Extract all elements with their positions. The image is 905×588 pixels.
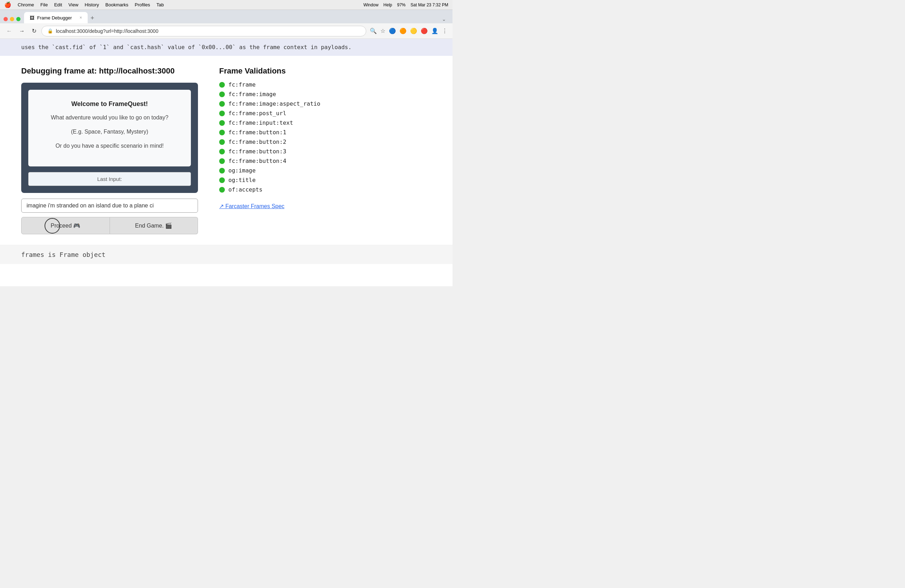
validation-item: fc:frame:button:1 [219,129,431,136]
end-game-button[interactable]: End Game. 🎬 [110,217,198,234]
menu-edit[interactable]: Edit [54,2,62,8]
tab-bar: 🖼 Frame Debugger × + ⌄ [0,10,452,23]
nav-icons: 🔍 ☆ 🔵 🟠 🟡 🔴 👤 ⋮ [369,27,448,35]
extension-icon-1[interactable]: 🔵 [388,27,397,35]
validation-label: fc:frame:image [229,91,276,98]
menubar-right: Window Help 97% Sat Mar 23 7:32 PM [364,3,448,8]
validations-title: Frame Validations [219,67,431,76]
tab-close-button[interactable]: × [79,15,82,20]
debug-title: Debugging frame at: http://localhost:300… [21,67,198,76]
nav-bar: ← → ↻ 🔒 localhost:3000/debug?url=http://… [0,23,452,39]
green-dot-icon [219,139,225,145]
validation-item: og:title [219,177,431,184]
search-icon[interactable]: 🔍 [369,27,378,35]
green-dot-icon [219,111,225,116]
extension-icon-2[interactable]: 🟠 [399,27,407,35]
main-content: Debugging frame at: http://localhost:300… [0,56,452,245]
validation-label: fc:frame:button:4 [229,158,286,164]
green-dot-icon [219,120,225,126]
green-dot-icon [219,178,225,183]
tab-title: Frame Debugger [37,15,72,21]
extension-icon-3[interactable]: 🟡 [410,27,418,35]
url-input[interactable]: localhost:3000/debug?url=http://localhos… [56,28,360,34]
menu-help[interactable]: Help [384,3,392,8]
validation-label: og:image [229,167,256,174]
validation-label: fc:frame:post_url [229,110,286,117]
validation-label: fc:frame:button:2 [229,138,286,145]
new-tab-button[interactable]: + [88,13,97,23]
proceed-button[interactable]: Proceed 🎮 [21,217,110,234]
validation-item: fc:frame:input:text [219,119,431,126]
validation-label: fc:frame:button:3 [229,148,286,155]
validation-item: fc:frame:image:aspect_ratio [219,100,431,107]
active-tab[interactable]: 🖼 Frame Debugger × [24,12,88,23]
profile-icon[interactable]: 👤 [430,27,439,35]
validation-item: og:image [219,167,431,174]
validation-item: fc:frame:image [219,91,431,98]
green-dot-icon [219,168,225,173]
traffic-light-close[interactable] [3,17,8,21]
apple-icon[interactable]: 🍎 [4,2,11,8]
green-dot-icon [219,92,225,97]
validation-item: fc:frame:button:2 [219,138,431,145]
reload-button[interactable]: ↻ [30,26,38,36]
menu-tab[interactable]: Tab [156,2,164,8]
menubar: 🍎 Chrome File Edit View History Bookmark… [0,0,452,10]
validation-label: fc:frame:button:1 [229,129,286,136]
right-panel: Frame Validations fc:framefc:frame:image… [219,67,431,234]
proceed-button-label: Proceed 🎮 [51,223,80,229]
menu-window[interactable]: Window [364,3,379,8]
battery-status: 97% [397,3,405,8]
frame-last-input: Last Input: [28,172,191,186]
validation-label: fc:frame [229,81,256,88]
menu-chrome[interactable]: Chrome [17,2,34,8]
tab-favicon: 🖼 [30,15,34,21]
browser-window: 🖼 Frame Debugger × + ⌄ ← → ↻ 🔒 localhost… [0,10,452,286]
green-dot-icon [219,158,225,164]
bookmark-icon[interactable]: ☆ [379,27,386,35]
extension-icon-4[interactable]: 🔴 [420,27,429,35]
lock-icon: 🔒 [48,28,53,33]
validation-item: fc:frame:post_url [219,110,431,117]
tab-chevron-icon[interactable]: ⌄ [439,15,449,23]
validation-list: fc:framefc:frame:imagefc:frame:image:asp… [219,81,431,193]
browser-content: uses the `cast.fid` of `1` and `cast.has… [0,39,452,286]
menu-view[interactable]: View [68,2,78,8]
spec-link[interactable]: ↗ Farcaster Frames Spec [219,203,284,209]
frame-subtitle-text: What adventure would you like to go on t… [35,113,184,122]
traffic-light-maximize[interactable] [16,17,21,21]
left-panel: Debugging frame at: http://localhost:300… [21,67,198,234]
menu-bookmarks[interactable]: Bookmarks [105,2,128,8]
frame-text-input[interactable] [21,198,198,213]
frame-or-text: Or do you have a specific scenario in mi… [35,142,184,150]
validation-label: of:accepts [229,186,262,193]
validation-item: fc:frame [219,81,431,88]
validation-label: fc:frame:input:text [229,119,293,126]
forward-button[interactable]: → [17,27,27,36]
green-dot-icon [219,149,225,154]
validation-item: of:accepts [219,186,431,193]
validation-item: fc:frame:button:4 [219,158,431,164]
info-banner-text: uses the `cast.fid` of `1` and `cast.has… [21,44,351,51]
traffic-light-minimize[interactable] [10,17,14,21]
menu-profiles[interactable]: Profiles [135,2,150,8]
green-dot-icon [219,187,225,193]
menu-dots-icon[interactable]: ⋮ [441,27,448,35]
menu-history[interactable]: History [85,2,99,8]
frame-inner: Welcome to FrameQuest! What adventure wo… [28,90,191,166]
validation-label: og:title [229,177,256,184]
green-dot-icon [219,101,225,107]
clock: Sat Mar 23 7:32 PM [410,3,448,8]
info-banner: uses the `cast.fid` of `1` and `cast.has… [0,39,452,56]
address-bar[interactable]: 🔒 localhost:3000/debug?url=http://localh… [41,26,366,36]
end-game-button-label: End Game. 🎬 [135,223,172,229]
green-dot-icon [219,82,225,88]
bottom-partial-text: frames is Frame object [21,251,105,258]
frame-preview: Welcome to FrameQuest! What adventure wo… [21,83,198,193]
menu-file[interactable]: File [40,2,48,8]
action-buttons: Proceed 🎮 End Game. 🎬 [21,217,198,234]
bottom-partial: frames is Frame object [0,245,452,264]
frame-welcome-text: Welcome to FrameQuest! [35,100,184,108]
validation-item: fc:frame:button:3 [219,148,431,155]
back-button[interactable]: ← [4,27,14,36]
